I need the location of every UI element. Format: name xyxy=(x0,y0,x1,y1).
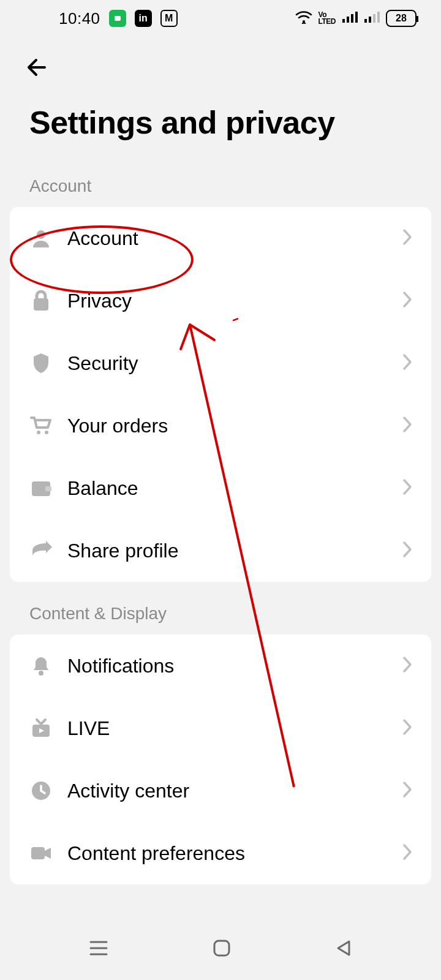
chevron-right-icon xyxy=(402,290,413,311)
signal-icon-2 xyxy=(364,9,380,28)
nav-home[interactable] xyxy=(200,926,244,973)
svg-rect-25 xyxy=(214,941,229,956)
svg-point-17 xyxy=(39,671,43,676)
row-activity-center[interactable]: Activity center xyxy=(10,760,431,822)
cart-icon xyxy=(28,413,54,439)
section-label-account: Account xyxy=(0,165,441,207)
row-balance[interactable]: Balance xyxy=(10,457,431,519)
svg-point-1 xyxy=(303,20,305,23)
svg-rect-7 xyxy=(369,17,371,23)
row-share-profile[interactable]: Share profile xyxy=(10,519,431,582)
bell-icon xyxy=(28,653,54,679)
svg-point-10 xyxy=(37,230,45,239)
chevron-right-icon xyxy=(402,228,413,249)
row-security[interactable]: Security xyxy=(10,332,431,394)
row-label: Notifications xyxy=(54,655,402,677)
svg-rect-2 xyxy=(342,19,345,23)
lock-icon xyxy=(28,288,54,314)
chevron-right-icon xyxy=(402,780,413,801)
row-privacy[interactable]: Privacy xyxy=(10,270,431,332)
video-icon xyxy=(28,840,54,866)
row-content-preferences[interactable]: Content preferences xyxy=(10,822,431,884)
svg-rect-8 xyxy=(373,14,375,23)
svg-rect-9 xyxy=(377,12,380,23)
status-right: Vo LTED 28 xyxy=(295,9,417,28)
svg-rect-20 xyxy=(31,847,45,859)
header: Settings and privacy xyxy=(0,37,441,165)
gmail-icon: M xyxy=(160,10,178,27)
nav-recents[interactable] xyxy=(76,927,121,971)
row-label: Security xyxy=(54,352,402,375)
wifi-icon xyxy=(295,9,312,28)
section-label-content: Content & Display xyxy=(0,582,441,635)
chevron-right-icon xyxy=(402,718,413,739)
nav-back[interactable] xyxy=(322,927,365,972)
clock-icon xyxy=(28,778,54,804)
row-label: Share profile xyxy=(54,540,402,562)
linkedin-icon: in xyxy=(135,10,152,27)
row-your-orders[interactable]: Your orders xyxy=(10,394,431,457)
row-label: Balance xyxy=(54,477,402,500)
battery-indicator: 28 xyxy=(386,10,417,27)
chevron-right-icon xyxy=(402,540,413,561)
status-time: 10:40 xyxy=(59,9,100,28)
chevron-right-icon xyxy=(402,843,413,864)
signal-icon-1 xyxy=(342,9,358,28)
svg-rect-4 xyxy=(351,14,353,23)
svg-rect-3 xyxy=(347,17,349,23)
row-label: Content preferences xyxy=(54,842,402,865)
back-button[interactable] xyxy=(18,49,55,86)
row-label: Account xyxy=(54,227,402,250)
status-left: 10:40 in M xyxy=(59,9,178,28)
row-label: Activity center xyxy=(54,780,402,802)
chevron-right-icon xyxy=(402,415,413,436)
svg-point-12 xyxy=(37,431,40,434)
row-notifications[interactable]: Notifications xyxy=(10,635,431,697)
chevron-right-icon xyxy=(402,353,413,374)
page-title: Settings and privacy xyxy=(18,86,423,165)
row-label: Your orders xyxy=(54,415,402,437)
svg-rect-11 xyxy=(34,298,48,311)
chevron-right-icon xyxy=(402,478,413,499)
status-bar: 10:40 in M Vo LTED 28 xyxy=(0,0,441,37)
wallet-icon xyxy=(28,475,54,501)
tv-icon xyxy=(28,715,54,741)
share-icon xyxy=(28,538,54,564)
row-label: LIVE xyxy=(54,717,402,740)
volte-indicator: Vo LTED xyxy=(318,12,336,25)
app-icon-green xyxy=(109,10,126,27)
svg-rect-6 xyxy=(364,19,367,23)
svg-point-13 xyxy=(45,431,48,434)
shield-icon xyxy=(28,350,54,376)
system-nav-bar xyxy=(0,919,441,980)
person-icon xyxy=(28,225,54,251)
svg-rect-0 xyxy=(115,16,121,21)
account-card: Account Privacy Security Your orders xyxy=(10,207,431,582)
svg-rect-5 xyxy=(355,12,358,23)
back-arrow-icon xyxy=(24,55,50,80)
chevron-right-icon xyxy=(402,655,413,676)
svg-rect-16 xyxy=(45,486,51,491)
row-label: Privacy xyxy=(54,290,402,312)
row-account[interactable]: Account xyxy=(10,207,431,270)
content-card: Notifications LIVE Activity center Conte… xyxy=(10,635,431,884)
row-live[interactable]: LIVE xyxy=(10,697,431,760)
